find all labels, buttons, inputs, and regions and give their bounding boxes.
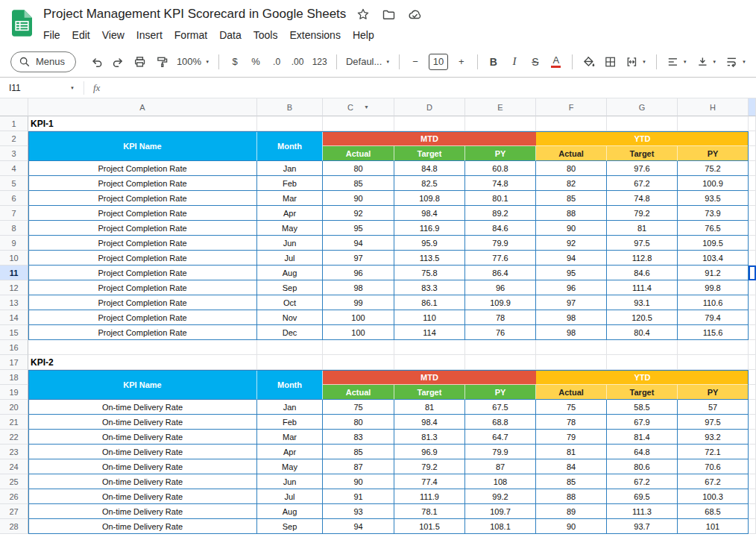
cell-d28[interactable]: 101.5	[394, 519, 465, 534]
cell-a13[interactable]: Project Completion Rate	[28, 295, 257, 310]
cell-b22[interactable]: Mar	[257, 430, 323, 445]
cell-i25[interactable]	[749, 474, 756, 489]
cell-h20[interactable]: 57	[678, 400, 749, 415]
cell-h5[interactable]: 100.9	[678, 176, 749, 191]
cell-g10[interactable]: 112.8	[607, 251, 678, 266]
cell-i12[interactable]	[749, 280, 756, 295]
cell-i27[interactable]	[749, 504, 756, 519]
cell-i4[interactable]	[749, 161, 756, 176]
cell-a22[interactable]: On-time Delivery Rate	[28, 430, 257, 445]
cell-h14[interactable]: 79.4	[678, 310, 749, 325]
cell-b27[interactable]: Aug	[257, 504, 323, 519]
cell-i20[interactable]	[749, 400, 756, 415]
cell-e23[interactable]: 79.9	[465, 445, 536, 459]
cell-f10[interactable]: 94	[536, 251, 607, 266]
mtd-sub-py-2[interactable]: PY	[465, 385, 536, 400]
cell-e11[interactable]: 86.4	[465, 266, 536, 280]
menu-insert[interactable]: Insert	[130, 28, 168, 43]
cell-e10[interactable]: 77.6	[465, 251, 536, 266]
mtd-sub-actual-1[interactable]: Actual	[323, 146, 394, 161]
selected-cell-i11[interactable]	[749, 266, 756, 280]
cell-d12[interactable]: 83.3	[394, 280, 465, 295]
cell-g23[interactable]: 64.8	[607, 445, 678, 459]
cell-b14[interactable]: Nov	[257, 310, 323, 325]
cell-i26[interactable]	[749, 489, 756, 504]
cell-f7[interactable]: 88	[536, 206, 607, 221]
cell-h17[interactable]	[678, 355, 749, 370]
cell-g4[interactable]: 97.6	[607, 161, 678, 176]
cell-c27[interactable]: 93	[323, 504, 394, 519]
cell-h6[interactable]: 93.5	[678, 191, 749, 206]
row-header-12[interactable]: 12	[0, 280, 28, 295]
cell-b26[interactable]: Jul	[257, 489, 323, 504]
cell-f20[interactable]: 75	[536, 400, 607, 415]
row-header-4[interactable]: 4	[0, 161, 28, 176]
cell-g16[interactable]	[607, 340, 678, 355]
font-size-input[interactable]: 10	[429, 54, 448, 70]
increase-font-size-button[interactable]: +	[452, 52, 471, 72]
cell-a14[interactable]: Project Completion Rate	[28, 310, 257, 325]
cell-a8[interactable]: Project Completion Rate	[28, 221, 257, 236]
cell-a28[interactable]: On-time Delivery Rate	[28, 519, 257, 534]
cell-g27[interactable]: 111.3	[607, 504, 678, 519]
menu-extensions[interactable]: Extensions	[283, 28, 346, 43]
decrease-font-size-button[interactable]: −	[406, 52, 425, 72]
cell-d20[interactable]: 81	[394, 400, 465, 415]
cell-a17[interactable]: KPI-2	[28, 355, 257, 370]
cell-f6[interactable]: 85	[536, 191, 607, 206]
document-title[interactable]: Project Management KPI Scorecard in Goog…	[43, 7, 346, 22]
cell-b6[interactable]: Mar	[257, 191, 323, 206]
column-header-a[interactable]: A	[28, 98, 257, 116]
cell-f16[interactable]	[536, 340, 607, 355]
cell-b8[interactable]: May	[257, 221, 323, 236]
cell-i1[interactable]	[749, 116, 756, 131]
cell-c22[interactable]: 83	[323, 430, 394, 445]
cell-b25[interactable]: Jun	[257, 474, 323, 489]
cell-b9[interactable]: Jun	[257, 236, 323, 251]
cell-e14[interactable]: 78	[465, 310, 536, 325]
ytd-header-2[interactable]: YTD	[536, 370, 749, 385]
cell-e4[interactable]: 60.8	[465, 161, 536, 176]
cell-d26[interactable]: 111.9	[394, 489, 465, 504]
column-header-h[interactable]: H	[678, 98, 749, 116]
cell-a10[interactable]: Project Completion Rate	[28, 251, 257, 266]
mtd-header-2[interactable]: MTD	[323, 370, 536, 385]
row-header-1[interactable]: 1	[0, 116, 28, 131]
cell-d16[interactable]	[394, 340, 465, 355]
cell-b4[interactable]: Jan	[257, 161, 323, 176]
cell-g25[interactable]: 67.2	[607, 474, 678, 489]
cell-c6[interactable]: 90	[323, 191, 394, 206]
cell-h27[interactable]: 68.5	[678, 504, 749, 519]
row-header-24[interactable]: 24	[0, 459, 28, 474]
row-header-15[interactable]: 15	[0, 325, 28, 340]
ytd-sub-target-2[interactable]: Target	[607, 385, 678, 400]
row-header-18[interactable]: 18	[0, 370, 28, 385]
cell-i14[interactable]	[749, 310, 756, 325]
cell-b24[interactable]: May	[257, 459, 323, 474]
fill-color-button[interactable]	[579, 52, 599, 72]
mtd-sub-target-1[interactable]: Target	[394, 146, 465, 161]
cell-f23[interactable]: 81	[536, 445, 607, 459]
cell-h16[interactable]	[678, 340, 749, 355]
cell-d8[interactable]: 116.9	[394, 221, 465, 236]
mtd-header-1[interactable]: MTD	[323, 131, 536, 146]
cell-d15[interactable]: 114	[394, 325, 465, 340]
cell-f8[interactable]: 90	[536, 221, 607, 236]
cell-e26[interactable]: 99.2	[465, 489, 536, 504]
cell-f28[interactable]: 90	[536, 519, 607, 534]
cell-c4[interactable]: 80	[323, 161, 394, 176]
row-header-11[interactable]: 11	[0, 266, 28, 280]
decrease-decimal-button[interactable]: .0	[267, 52, 286, 72]
mtd-sub-target-2[interactable]: Target	[394, 385, 465, 400]
cell-d11[interactable]: 75.8	[394, 266, 465, 280]
cell-g14[interactable]: 120.5	[607, 310, 678, 325]
cell-i10[interactable]	[749, 251, 756, 266]
row-header-8[interactable]: 8	[0, 221, 28, 236]
cell-f17[interactable]	[536, 355, 607, 370]
bold-button[interactable]: B	[484, 52, 503, 72]
cell-g13[interactable]: 93.1	[607, 295, 678, 310]
increase-decimal-button[interactable]: .00	[288, 52, 307, 72]
cell-a6[interactable]: Project Completion Rate	[28, 191, 257, 206]
ytd-sub-py-1[interactable]: PY	[678, 146, 749, 161]
column-header-g[interactable]: G	[607, 98, 678, 116]
